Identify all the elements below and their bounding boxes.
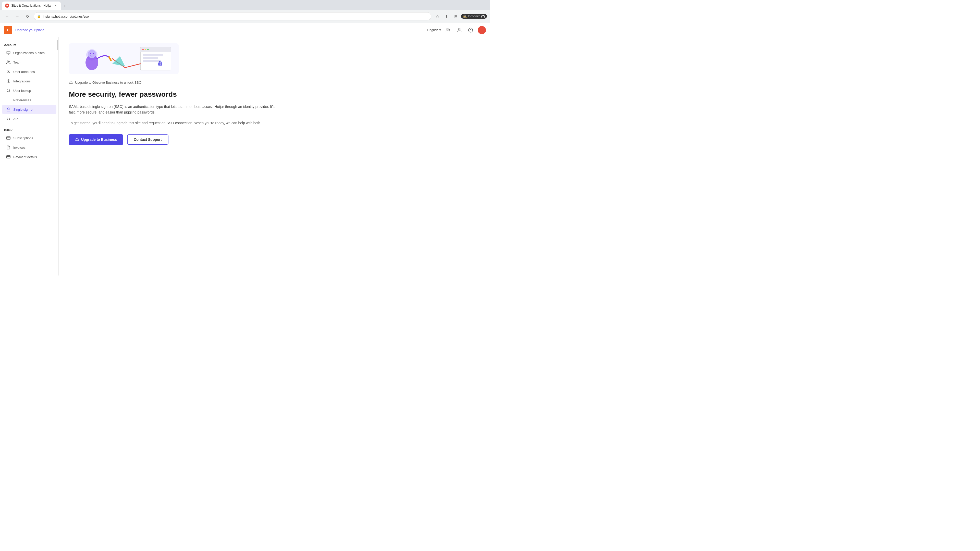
main-area: Account Organizations & sites Team User …	[0, 37, 490, 275]
sidebar-item-label: Preferences	[13, 98, 31, 102]
incognito-label: Incognito (2)	[468, 14, 485, 18]
new-tab-button[interactable]: +	[61, 3, 68, 10]
svg-point-27	[142, 49, 144, 50]
user-lookup-icon	[6, 88, 11, 93]
bookmark-button[interactable]: ☆	[433, 12, 442, 21]
payment-details-icon	[6, 155, 11, 159]
upgrade-crown-icon	[75, 137, 79, 142]
sidebar-section-account: Account	[0, 41, 59, 48]
extensions-button[interactable]: ⊞	[452, 12, 460, 21]
svg-point-37	[88, 50, 96, 58]
svg-point-29	[147, 49, 149, 50]
sidebar-item-label: Invoices	[13, 146, 25, 149]
subscriptions-icon	[6, 136, 11, 140]
sidebar-item-label: Payment details	[13, 155, 37, 159]
sidebar-section-billing: Billing	[0, 127, 59, 133]
svg-point-39	[93, 53, 94, 54]
tab-close-button[interactable]: ✕	[54, 3, 58, 8]
contact-support-button[interactable]: Contact Support	[127, 135, 169, 144]
svg-point-0	[447, 28, 449, 30]
invoices-icon	[6, 145, 11, 150]
svg-rect-32	[143, 60, 161, 62]
sidebar-scrollbar[interactable]	[57, 37, 59, 275]
contact-support-label: Contact Support	[134, 138, 162, 141]
sidebar: Account Organizations & sites Team User …	[0, 37, 59, 275]
svg-point-43	[160, 64, 161, 65]
upgrade-banner-text: Upgrade to Observe Business to unlock SS…	[75, 81, 142, 84]
sidebar-item-label: API	[13, 117, 19, 121]
content-area: Upgrade to Observe Business to unlock SS…	[59, 37, 490, 275]
download-button[interactable]: ⬇	[442, 12, 451, 21]
sidebar-item-label: Integrations	[13, 79, 30, 83]
svg-rect-18	[7, 109, 10, 111]
sidebar-item-single-sign-on[interactable]: Single sign-on	[2, 105, 56, 114]
button-row: Upgrade to Business Contact Support	[69, 134, 278, 145]
svg-point-28	[145, 49, 146, 50]
sidebar-item-label: User attributes	[13, 70, 35, 74]
sidebar-item-label: User lookup	[13, 89, 31, 93]
account-settings-button[interactable]	[455, 26, 463, 34]
sidebar-item-api[interactable]: API	[2, 114, 56, 124]
add-users-button[interactable]	[444, 26, 452, 34]
integrations-icon	[6, 79, 11, 83]
user-avatar[interactable]	[478, 26, 486, 34]
svg-point-38	[90, 53, 91, 54]
svg-point-3	[458, 28, 460, 30]
sidebar-item-team[interactable]: Team	[2, 58, 56, 67]
sidebar-item-label: Single sign-on	[13, 108, 34, 111]
toolbar-actions: ☆ ⬇ ⊞ 🕵 Incognito (2)	[433, 12, 487, 21]
tab-bar: H Sites & Organizations - Hotjar ✕ +	[0, 0, 490, 10]
chevron-down-icon: ▾	[439, 28, 441, 32]
sidebar-item-integrations[interactable]: Integrations	[2, 76, 56, 86]
tab-favicon: H	[5, 3, 9, 8]
incognito-badge[interactable]: 🕵 Incognito (2)	[461, 14, 487, 19]
hotjar-logo: H	[4, 26, 12, 34]
sidebar-item-preferences[interactable]: Preferences	[2, 95, 56, 105]
address-bar[interactable]: 🔒 insights.hotjar.com/settings/sso	[34, 12, 431, 21]
sidebar-item-label: Team	[13, 60, 21, 64]
tab-title: Sites & Organizations - Hotjar	[11, 4, 52, 7]
sso-description-1: SAML-based single sign-on (SSO) is an au…	[69, 104, 278, 115]
sidebar-item-user-lookup[interactable]: User lookup	[2, 86, 56, 95]
organizations-icon	[6, 51, 11, 55]
language-label: English	[427, 28, 438, 32]
svg-rect-19	[6, 137, 11, 140]
app-header: H Upgrade your plans English ▾	[0, 23, 490, 37]
svg-rect-7	[6, 51, 10, 54]
upgrade-to-business-button[interactable]: Upgrade to Business	[69, 134, 123, 145]
language-selector[interactable]: English ▾	[427, 28, 441, 32]
browser-toolbar: ← → ⟳ 🔒 insights.hotjar.com/settings/sso…	[0, 10, 490, 23]
svg-rect-31	[143, 57, 158, 59]
reload-button[interactable]: ⟳	[24, 12, 32, 21]
svg-point-10	[7, 61, 8, 62]
svg-point-11	[8, 70, 9, 71]
svg-rect-21	[6, 156, 11, 159]
user-attributes-icon	[6, 69, 11, 74]
sso-title: More security, fewer passwords	[69, 90, 278, 99]
browser-chrome: H Sites & Organizations - Hotjar ✕ + ← →…	[0, 0, 490, 23]
illustration-container	[69, 43, 278, 74]
sidebar-item-invoices[interactable]: Invoices	[2, 143, 56, 152]
page: H Upgrade your plans English ▾ Account	[0, 23, 490, 275]
upgrade-button-label: Upgrade to Business	[81, 138, 117, 141]
sidebar-item-payment-details[interactable]: Payment details	[2, 152, 56, 162]
incognito-icon: 🕵	[463, 14, 467, 18]
forward-button[interactable]: →	[13, 12, 21, 21]
team-icon	[6, 60, 11, 65]
address-url: insights.hotjar.com/settings/sso	[43, 14, 428, 18]
notifications-button[interactable]	[466, 26, 475, 34]
svg-point-12	[8, 81, 9, 82]
api-icon	[6, 117, 11, 121]
crown-icon	[69, 80, 73, 85]
preferences-icon	[6, 98, 11, 102]
upgrade-banner: Upgrade to Observe Business to unlock SS…	[69, 80, 278, 85]
upgrade-plans-link[interactable]: Upgrade your plans	[15, 28, 44, 32]
sidebar-item-subscriptions[interactable]: Subscriptions	[2, 133, 56, 143]
svg-rect-30	[143, 54, 163, 56]
active-tab[interactable]: H Sites & Organizations - Hotjar ✕	[2, 2, 61, 10]
sidebar-item-organizations[interactable]: Organizations & sites	[2, 48, 56, 57]
svg-point-13	[7, 89, 10, 92]
back-button[interactable]: ←	[3, 12, 11, 21]
svg-rect-26	[140, 51, 171, 52]
sidebar-item-user-attributes[interactable]: User attributes	[2, 67, 56, 76]
